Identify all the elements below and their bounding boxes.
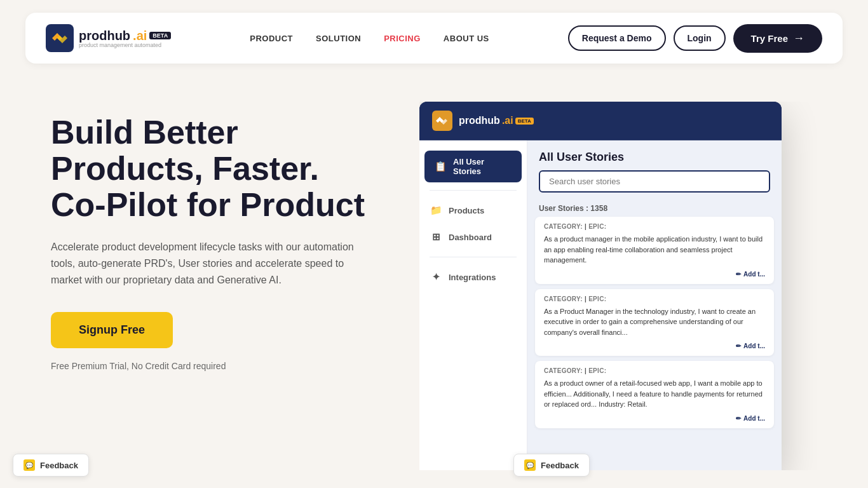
sidebar-item-integrations[interactable]: ✦ Integrations [419,265,527,289]
story-card-header: CATEGORY: | EPIC: [544,367,765,374]
story-card-header: CATEGORY: | EPIC: [544,223,765,230]
products-icon: 📁 [430,205,442,216]
try-free-button[interactable]: Try Free → [733,24,822,53]
story-card-text: As a Product Manager in the technology i… [544,306,765,338]
logo-text: prodhub.ai BETA product management autom… [79,29,171,48]
integrations-icon: ✦ [430,271,442,283]
story-card-footer: Add t... [544,415,765,422]
story-card: CATEGORY: | EPIC: As a product manager i… [535,217,774,284]
feedback-button-right[interactable]: 💬 Feedback [513,454,590,477]
app-logo-icon [432,111,452,131]
nav-product[interactable]: PRODUCT [250,34,293,43]
sidebar-item-all-stories[interactable]: 📋 All User Stories [424,151,522,182]
add-to-button[interactable]: Add t... [736,342,765,349]
login-button[interactable]: Login [674,25,726,51]
beta-badge: BETA [149,32,171,39]
app-main-header: All User Stories [527,140,782,199]
app-logo-text: prodhub.ai BETA [459,115,534,126]
sidebar-divider-2 [430,257,517,257]
logo-icon [46,24,74,52]
feedback-icon-right: 💬 [524,459,536,471]
story-card-text: As a product owner of a retail-focused w… [544,378,765,410]
app-topbar: prodhub.ai BETA [419,102,782,140]
add-to-button[interactable]: Add t... [736,415,765,422]
feedback-button-left[interactable]: 💬 Feedback [13,454,89,477]
logo: prodhub.ai BETA product management autom… [46,24,171,52]
app-sidebar: 📋 All User Stories 📁 Products ⊞ Dashboar… [419,140,527,470]
nav-solution[interactable]: SOLUTION [316,34,361,43]
sidebar-divider [430,190,517,191]
app-window: prodhub.ai BETA 📋 All User Stories 📁 Pro… [419,102,782,470]
dashboard-icon: ⊞ [430,231,442,243]
nav-links: PRODUCT SOLUTION PRICING ABOUT US [250,34,489,43]
story-card-footer: Add t... [544,342,765,349]
search-input[interactable] [539,170,770,193]
sidebar-item-products[interactable]: 📁 Products [419,198,527,222]
story-card: CATEGORY: | EPIC: As a Product Manager i… [535,289,774,356]
main-content: Build Better Products, Faster. Co-Pilot … [0,76,868,470]
signup-button[interactable]: Signup Free [51,312,173,348]
story-card-footer: Add t... [544,271,765,278]
sidebar-item-dashboard[interactable]: ⊞ Dashboard [419,225,527,249]
story-card: CATEGORY: | EPIC: As a product owner of … [535,361,774,428]
add-to-button[interactable]: Add t... [736,271,765,278]
stories-count: User Stories : 1358 [539,204,770,213]
app-main-title: All User Stories [539,151,770,164]
nav-actions: Request a Demo Login Try Free → [568,24,822,53]
stories-icon: 📋 [435,161,447,172]
hero-description: Accelerate product development lifecycle… [51,239,356,289]
app-preview: prodhub.ai BETA 📋 All User Stories 📁 Pro… [419,102,817,470]
navbar: prodhub.ai BETA product management autom… [25,13,843,64]
app-beta-badge: BETA [515,118,534,125]
story-card-header: CATEGORY: | EPIC: [544,295,765,302]
story-card-text: As a product manager in the mobile appli… [544,234,765,266]
hero-footnote: Free Premium Trial, No Credit Card requi… [51,361,381,371]
app-main-panel: All User Stories User Stories : 1358 CAT… [527,140,782,470]
feedback-icon: 💬 [24,459,35,471]
nav-pricing[interactable]: PRICING [384,34,421,43]
logo-tagline: product management automated [79,42,171,48]
hero-section: Build Better Products, Faster. Co-Pilot … [51,102,381,371]
nav-about[interactable]: ABOUT US [444,34,489,43]
arrow-icon: → [793,32,804,45]
app-body: 📋 All User Stories 📁 Products ⊞ Dashboar… [419,140,782,470]
demo-button[interactable]: Request a Demo [568,25,666,51]
hero-title: Build Better Products, Faster. Co-Pilot … [51,114,381,224]
